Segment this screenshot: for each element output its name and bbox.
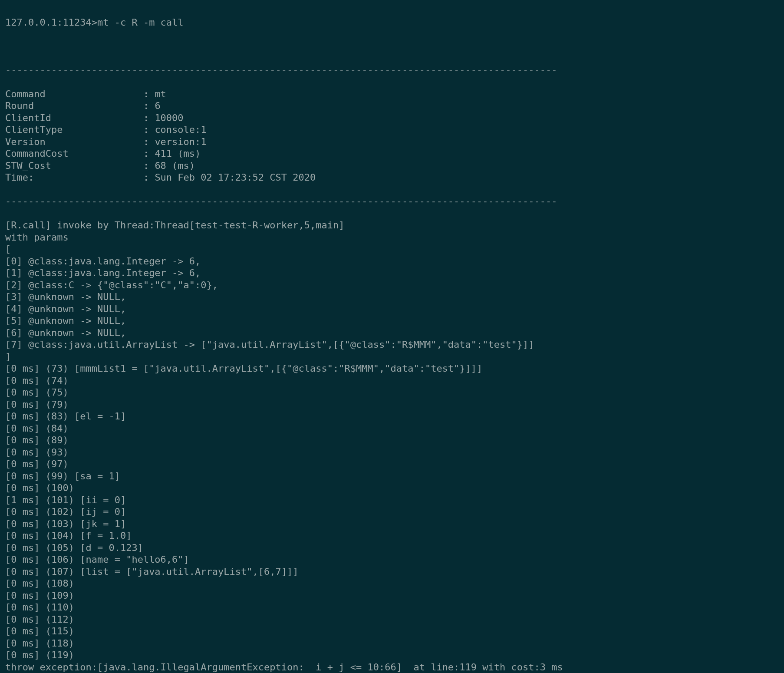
output-line: [0 ms] (107) [list = ["java.util.ArrayLi… bbox=[5, 566, 779, 578]
divider-mid: ----------------------------------------… bbox=[5, 195, 779, 208]
header-field-row: Version: version:1 bbox=[5, 136, 779, 148]
output-line: [0 ms] (84) bbox=[5, 422, 779, 435]
output-line: [0 ms] (105) [d = 0.123] bbox=[5, 542, 779, 554]
header-field-value: 6 bbox=[155, 100, 160, 112]
output-line: [0 ms] (100) bbox=[5, 482, 779, 494]
header-field-row: Round: 6 bbox=[5, 100, 779, 112]
header-field-value: 411 (ms) bbox=[155, 148, 201, 160]
header-field-label: ClientId bbox=[5, 112, 143, 124]
header-field-row: STW_Cost: 68 (ms) bbox=[5, 160, 779, 172]
output-line: [4] @unknown -> NULL, bbox=[5, 303, 779, 315]
header-field-label: Time: bbox=[5, 172, 143, 184]
prompt-line: 127.0.0.1:11234>mt -c R -m call bbox=[5, 16, 779, 29]
header-field-colon: : bbox=[143, 112, 155, 124]
header-field-value: Sun Feb 02 17:23:52 CST 2020 bbox=[155, 172, 316, 184]
header-field-colon: : bbox=[143, 124, 155, 136]
header-field-row: CommandCost: 411 (ms) bbox=[5, 148, 779, 160]
header-field-colon: : bbox=[143, 172, 155, 184]
header-field-row: Command: mt bbox=[5, 88, 779, 100]
header-field-colon: : bbox=[143, 148, 155, 160]
output-line: ] bbox=[5, 351, 779, 363]
prompt-command: mt -c R -m call bbox=[97, 17, 184, 28]
output-line: [0 ms] (93) bbox=[5, 446, 779, 459]
header-field-colon: : bbox=[143, 88, 155, 100]
output-line: [1 ms] (101) [ii = 0] bbox=[5, 494, 779, 506]
header-field-value: version:1 bbox=[155, 136, 206, 148]
blank-line bbox=[5, 40, 779, 53]
header-field-colon: : bbox=[143, 136, 155, 148]
body-lines: [R.call] invoke by Thread:Thread[test-te… bbox=[5, 219, 779, 673]
header-field-row: Time:: Sun Feb 02 17:23:52 CST 2020 bbox=[5, 172, 779, 184]
output-line: [0 ms] (109) bbox=[5, 590, 779, 602]
header-field-value: mt bbox=[155, 88, 166, 100]
output-line: [0 ms] (106) [name = "hello6,6"] bbox=[5, 554, 779, 566]
output-line: [3] @unknown -> NULL, bbox=[5, 291, 779, 303]
output-line: [0 ms] (102) [ij = 0] bbox=[5, 506, 779, 518]
output-line: [0 ms] (110) bbox=[5, 601, 779, 614]
header-field-value: console:1 bbox=[155, 124, 206, 136]
output-line: [0 ms] (83) [el = -1] bbox=[5, 410, 779, 422]
output-line: [0 ms] (89) bbox=[5, 434, 779, 446]
output-line: [ bbox=[5, 243, 779, 255]
header-field-label: ClientType bbox=[5, 124, 143, 136]
output-line: [0 ms] (73) [mmmList1 = ["java.util.Arra… bbox=[5, 363, 779, 375]
output-line: [0] @class:java.lang.Integer -> 6, bbox=[5, 255, 779, 267]
header-field-value: 10000 bbox=[155, 112, 183, 124]
output-line: [0 ms] (103) [jk = 1] bbox=[5, 518, 779, 530]
output-line: [0 ms] (74) bbox=[5, 375, 779, 387]
output-line: [6] @unknown -> NULL, bbox=[5, 327, 779, 339]
header-field-value: 68 (ms) bbox=[155, 160, 195, 172]
output-line: [0 ms] (118) bbox=[5, 637, 779, 650]
output-line: [2] @class:C -> {"@class":"C","a":0}, bbox=[5, 279, 779, 291]
output-line: [7] @class:java.util.ArrayList -> ["java… bbox=[5, 339, 779, 351]
output-line: [0 ms] (112) bbox=[5, 614, 779, 626]
header-field-label: Round bbox=[5, 100, 143, 112]
output-line: [0 ms] (75) bbox=[5, 386, 779, 399]
header-field-row: ClientType: console:1 bbox=[5, 124, 779, 136]
prompt-prefix: 127.0.0.1:11234> bbox=[5, 17, 97, 28]
header-field-label: CommandCost bbox=[5, 148, 143, 160]
output-line: [0 ms] (115) bbox=[5, 625, 779, 637]
divider-top: ----------------------------------------… bbox=[5, 64, 779, 76]
header-field-colon: : bbox=[143, 100, 155, 112]
output-line: [0 ms] (108) bbox=[5, 577, 779, 590]
header-field-row: ClientId: 10000 bbox=[5, 112, 779, 124]
terminal-output[interactable]: 127.0.0.1:11234>mt -c R -m call --------… bbox=[0, 0, 784, 673]
header-field-label: STW_Cost bbox=[5, 160, 143, 172]
output-line: [5] @unknown -> NULL, bbox=[5, 315, 779, 327]
output-line: [R.call] invoke by Thread:Thread[test-te… bbox=[5, 219, 779, 231]
output-line: [1] @class:java.lang.Integer -> 6, bbox=[5, 267, 779, 279]
output-line: [0 ms] (79) bbox=[5, 399, 779, 411]
header-field-colon: : bbox=[143, 160, 155, 172]
output-line: with params bbox=[5, 231, 779, 244]
output-line: [0 ms] (99) [sa = 1] bbox=[5, 470, 779, 482]
output-line: [0 ms] (97) bbox=[5, 458, 779, 470]
header-field-label: Version bbox=[5, 136, 143, 148]
output-line: [0 ms] (119) bbox=[5, 649, 779, 661]
output-line: [0 ms] (104) [f = 1.0] bbox=[5, 530, 779, 542]
header-fields: Command: mtRound: 6ClientId: 10000Client… bbox=[5, 88, 779, 184]
output-line: throw exception:[java.lang.IllegalArgume… bbox=[5, 661, 779, 673]
header-field-label: Command bbox=[5, 88, 143, 100]
